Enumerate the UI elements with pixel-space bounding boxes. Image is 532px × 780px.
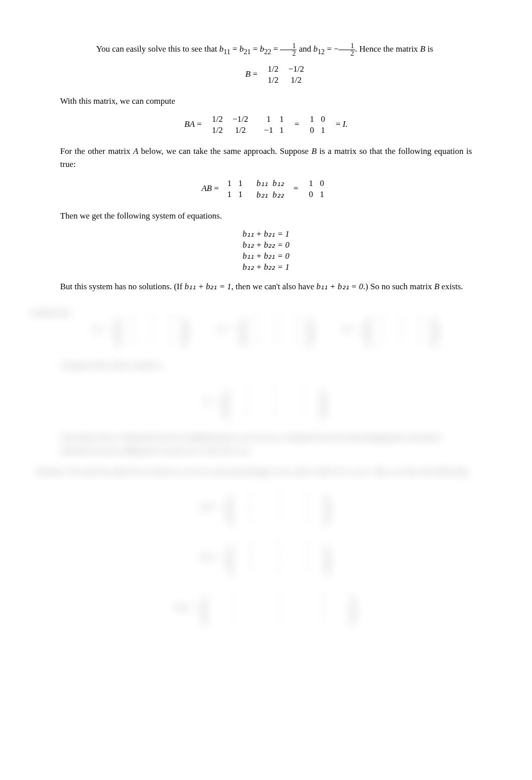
eq-sign: = [251,44,260,54]
text: For the other matrix [60,146,133,156]
var-B: B [312,146,317,156]
text: But this system has no solutions. (If [60,282,184,291]
text: and [297,44,313,54]
blurred-paragraph: Generalize this to obtained from by mult… [60,431,472,458]
paragraph-2: With this matrix, we can compute [60,95,472,108]
lhs: BA [184,119,195,129]
paragraph-3: For the other matrix A below, we can tak… [60,145,472,171]
text: exists. [439,282,463,291]
blurred-matrix: A₁ = ( ••• ••• ••• ) [87,308,195,350]
sys-line-2: b₁₂ + b₂₂ = 0 [60,240,472,250]
math: b₁₁ + b₂₁ = 0 [317,282,363,291]
blurred-eq-row-2: A = ( ••• ••• ••• ) [60,380,472,423]
equals: = [292,183,303,193]
equals: = [292,119,303,129]
blurred-matrix: A₂ = ( ••• ••• ••• ) [211,308,320,350]
eq-sign: = [271,44,280,54]
matrix-3: 10 01 [303,178,331,200]
blurred-eq-row-1: A₁ = ( ••• ••• ••• ) A₂ = ( ••• ••• ••• … [60,308,472,350]
lhs: B [245,69,250,79]
sys-line-1: b₁₁ + b₂₁ = 1 [60,229,472,239]
blurred-matrix: A₁a = ( ••• ••• ••• ) [194,486,338,528]
blurred-paragraph: Solution. We must do under the second ro… [35,465,472,478]
equals: = [197,119,204,129]
equals: = [334,119,343,129]
blurred-matrix: A₃a = ( ••• ••• ••• ) [169,587,363,629]
math: b₁₁ + b₂₁ = 1 [184,282,231,291]
equation-B-definition: B = 1/2−1/2 1/21/2 [85,64,472,86]
lhs: AB [201,183,212,193]
blurred-eq-row-5: A₃a = ( ••• ••• ••• ) [60,587,472,629]
paragraph-4: Then we get the following system of equa… [60,210,472,223]
equation-BA: BA = 1/2−1/2 1/21/2 11 −11 = 10 01 = I. [60,114,472,136]
text: You can easily solve this to see that [96,44,219,54]
matrix-1: 1/2−1/2 1/21/2 [204,114,256,136]
system-of-equations: b₁₁ + b₂₁ = 1 b₁₂ + b₂₂ = 0 b₁₁ + b₂₁ = … [60,229,472,272]
sub: 11 [223,48,230,56]
var-B: B [420,44,425,54]
matrix-1: 11 11 [221,178,249,200]
eq-sign: = [230,44,239,54]
text: = − [325,44,339,54]
sub: 22 [264,48,271,56]
blurred-matrix: A₃ = ( ••• ••• ••• ) [337,308,445,350]
var-b: b [219,44,224,54]
sys-line-4: b₁₂ + b₂₂ = 1 [60,262,472,272]
sys-line-3: b₁₁ + b₂₁ = 0 [60,251,472,261]
matrix-3: 10 01 [304,114,332,136]
rhs: I. [343,119,348,129]
text: . Hence the matrix [355,44,420,54]
fraction: 12 [280,43,297,57]
text: , then we can't also have [231,282,317,291]
blurred-eq-row-4: A₂a = ( ••• ••• ••• ) [60,536,472,578]
var-b: b [313,44,318,54]
text: is [425,44,433,54]
blurred-eq-row-3: A₁a = ( ••• ••• ••• ) [60,486,472,528]
text: .) So no such matrix [363,282,434,291]
blurred-matrix: A₂a = ( ••• ••• ••• ) [194,536,338,578]
text: below, we can take the same approach. Su… [138,146,312,156]
var-B: B [434,282,439,291]
matrix: 1/2−1/2 1/21/2 [259,64,312,86]
paragraph-1: You can easily solve this to see that b1… [85,43,472,58]
equation-AB: AB = 11 11 b₁₁b₁₂ b₂₁b₂₂ = 10 01 [60,177,472,201]
sub: 12 [318,48,325,56]
matrix-2: b₁₁b₁₂ b₂₁b₂₂ [251,177,289,201]
fraction: 12 [339,43,355,57]
paragraph-5: But this system has no solutions. (If b₁… [60,280,472,293]
blurred-section: EXERCISE A₁ = ( ••• ••• ••• ) A₂ = ( •••… [60,308,472,629]
var-A: A [133,146,138,156]
var-b: b [260,44,264,54]
equals: = [252,69,259,79]
blurred-matrix: A = ( ••• ••• ••• ) [198,380,334,423]
sub: 21 [243,48,250,56]
equals: = [214,183,221,193]
matrix-2: 11 −11 [258,114,290,136]
blurred-paragraph: Compute these three matrices. [60,358,472,372]
